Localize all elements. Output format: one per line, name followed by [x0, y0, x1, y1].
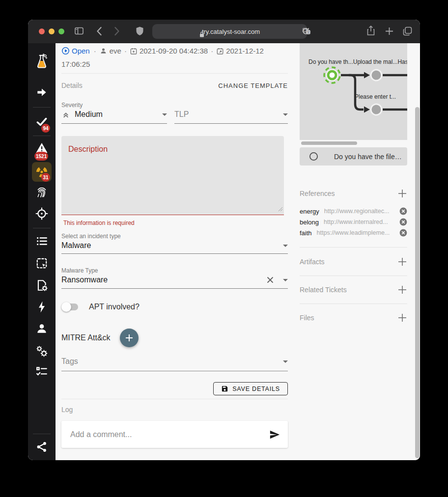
share-icon[interactable] [28, 441, 56, 453]
user-icon[interactable] [28, 322, 56, 335]
reference-url[interactable]: http://www.internalred... [324, 219, 394, 225]
save-details-label: SAVE DETAILS [232, 386, 280, 392]
task-radio-icon[interactable] [309, 152, 318, 161]
save-details-button[interactable]: SAVE DETAILS [213, 382, 288, 395]
comment-input[interactable] [69, 430, 269, 440]
tlp-placeholder: TLP [174, 110, 189, 119]
field-underline [174, 123, 288, 124]
url-text: try.catalyst-soar.com [202, 28, 260, 35]
list-icon[interactable] [28, 235, 56, 248]
reference-name: faith [300, 229, 312, 237]
change-template-button[interactable]: CHANGE TEMPLATE [218, 82, 288, 89]
nav-divider [33, 136, 51, 136]
references-title: References [300, 190, 335, 197]
graph-node-start[interactable] [322, 65, 341, 84]
add-artifact-icon[interactable] [397, 257, 407, 267]
address-bar[interactable]: try.catalyst-soar.com A文 [152, 24, 307, 39]
references-header: References [300, 189, 407, 198]
incident-type-label: Select an incident type [61, 233, 121, 240]
template-select-icon[interactable] [28, 257, 56, 270]
zoom-window-button[interactable] [58, 28, 64, 34]
graph-node[interactable] [371, 104, 382, 115]
artifacts-header: Artifacts [300, 257, 407, 267]
owner-name: eve [110, 47, 121, 55]
arrow-right-icon[interactable] [28, 86, 56, 99]
graph-horizontal-scrollbar[interactable] [301, 141, 357, 145]
add-reference-icon[interactable] [397, 189, 407, 198]
files-title: Files [300, 314, 314, 322]
ticket-status-row: Open·eve·2021-09-20 04:42:38·2021-12-12 … [61, 45, 288, 70]
crosshair-icon[interactable] [28, 207, 56, 220]
due-date: 2021-12-12 [226, 47, 264, 55]
chevron-down-icon [283, 360, 288, 363]
add-file-icon[interactable] [397, 313, 407, 323]
app-shell: 94 1521 31 [28, 43, 420, 460]
divider [300, 247, 407, 248]
malware-type-select[interactable]: Ransomware [61, 276, 288, 284]
send-icon[interactable] [269, 429, 280, 440]
description-error: This information is required [63, 220, 135, 226]
severity-label: Severity [61, 102, 83, 109]
vertical-scrollbar[interactable] [415, 107, 420, 458]
due-time: 17:06:25 [61, 60, 90, 68]
reference-name: energy [300, 208, 319, 215]
divider [300, 276, 407, 276]
description-placeholder: Description [68, 145, 108, 154]
reference-name: belong [300, 219, 319, 226]
reference-url[interactable]: https://www.leadimpleme... [317, 229, 394, 236]
related-tickets-title: Related Tickets [300, 286, 347, 294]
reference-row: energy http://www.regionaltec... [300, 206, 407, 217]
settings-gears-icon[interactable] [28, 344, 56, 358]
nav-divider [33, 228, 51, 228]
apt-toggle[interactable] [61, 302, 79, 312]
severity-select[interactable]: Medium [61, 110, 167, 119]
field-underline [61, 288, 288, 289]
description-textarea[interactable]: Description [61, 136, 284, 215]
artifacts-title: Artifacts [300, 258, 325, 266]
malware-type-label: Malware Type [61, 267, 98, 274]
remove-reference-icon[interactable] [399, 207, 407, 215]
graph-canvas [300, 43, 407, 140]
apt-toggle-row: APT involved? [61, 302, 140, 312]
fingerprint-icon[interactable] [28, 186, 56, 199]
task-item[interactable]: Do you have the file… [300, 147, 407, 166]
owner-icon [99, 47, 108, 58]
lightning-icon[interactable] [28, 301, 56, 313]
clear-icon[interactable] [266, 276, 274, 284]
field-underline [61, 253, 288, 254]
desktop: try.catalyst-soar.com A文 [0, 0, 448, 497]
status-text[interactable]: Open [72, 47, 90, 55]
chevron-down-icon [283, 279, 288, 281]
add-related-ticket-icon[interactable] [397, 285, 407, 295]
mitre-label: MITRE Att&ck [61, 333, 111, 342]
reference-url[interactable]: http://www.regionaltec... [324, 208, 394, 215]
tlp-select[interactable]: TLP [174, 110, 288, 119]
chevron-down-icon [283, 113, 288, 116]
browser-toolbar: try.catalyst-soar.com A文 [28, 20, 420, 43]
separator: · [124, 47, 127, 55]
resize-grip-icon[interactable] [278, 205, 283, 214]
details-title: Details [61, 82, 83, 89]
mitre-add-button[interactable] [120, 329, 139, 347]
divider [61, 399, 288, 399]
chevron-down-icon [283, 245, 288, 247]
incident-type-select[interactable]: Malware [61, 241, 288, 250]
catalyst-logo-flask-icon[interactable] [28, 54, 56, 69]
malware-type-value: Ransomware [61, 276, 108, 284]
page-content: Open·eve·2021-09-20 04:42:38·2021-12-12 … [56, 43, 420, 460]
tags-select[interactable]: Tags [61, 357, 288, 366]
minimize-window-button[interactable] [49, 28, 55, 34]
details-header-row: Details CHANGE TEMPLATE [61, 82, 288, 89]
remove-reference-icon[interactable] [399, 218, 407, 226]
severity-medium-icon [61, 110, 70, 119]
checklist-icon[interactable] [28, 365, 56, 378]
close-window-button[interactable] [39, 28, 45, 34]
field-underline [61, 123, 167, 124]
graph-node[interactable] [371, 70, 382, 81]
playbook-graph[interactable]: Do you have th...Upload the mal...Has Pl… [300, 43, 407, 140]
mitre-row: MITRE Att&ck [61, 329, 139, 347]
calendar-due-icon [216, 47, 224, 58]
document-gear-icon[interactable] [28, 279, 56, 292]
nav-divider [33, 107, 51, 108]
remove-reference-icon[interactable] [399, 229, 407, 237]
